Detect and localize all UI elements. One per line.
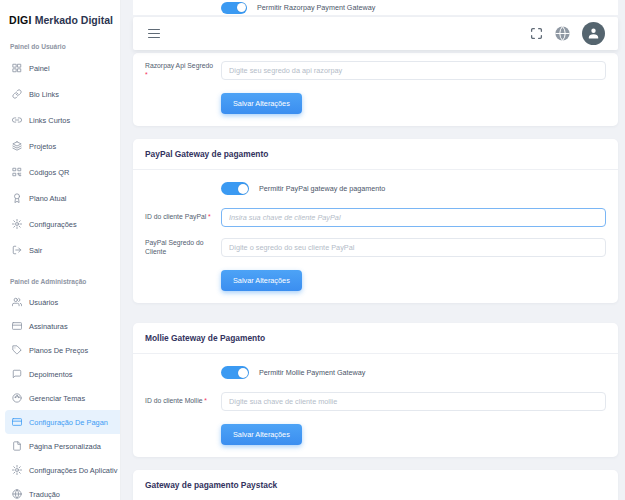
sidebar-item-label: Bio Links (29, 90, 59, 99)
sidebar-item-configuracao-de-pagamento[interactable]: Configuração De Pagan (5, 410, 120, 434)
avatar[interactable] (582, 22, 605, 45)
paypal-client-secret-label: PayPal Segredo do Cliente (145, 239, 221, 256)
sidebar-item-gerenciar-temas[interactable]: Gerenciar Temas (0, 386, 120, 410)
sidebar-item-depoimentos[interactable]: Depoimentos (0, 362, 120, 386)
sidebar-item-label: Configurações (29, 220, 77, 229)
topbar (133, 17, 618, 50)
link-icon (12, 89, 22, 99)
sidebar-item-links-curtos[interactable]: Links Curtos (0, 107, 120, 133)
app-logo[interactable]: DIGI Merkado Digital (0, 10, 120, 28)
short-link-icon (12, 115, 22, 125)
razorpay-enable-toggle[interactable] (221, 2, 247, 14)
sidebar-item-label: Página Personalizada (29, 442, 101, 451)
paystack-card-title: Gateway de pagamento Paystack (133, 470, 618, 500)
sidebar-item-configuracoes-do-aplicativo[interactable]: Configurações Do Aplicativ (0, 458, 120, 482)
paypal-client-secret-input[interactable] (221, 238, 606, 257)
logout-icon (12, 245, 22, 255)
sidebar-item-sair[interactable]: Sair (0, 237, 120, 263)
mollie-card-title: Mollie Gateway de Pagamento (133, 323, 618, 354)
qr-code-icon (12, 167, 22, 177)
chat-icon (12, 369, 22, 379)
sidebar-item-label: Projetos (29, 142, 56, 151)
required-asterisk: * (204, 397, 207, 404)
sidebar-item-label: Depoimentos (29, 370, 73, 379)
paypal-save-button[interactable]: Salvar Alterações (221, 270, 302, 291)
price-tag-icon (12, 345, 22, 355)
paypal-card-title: PayPal Gateway de pagamento (133, 139, 618, 170)
sidebar-item-label: Sair (29, 246, 42, 255)
sidebar-item-label: Plano Atual (29, 194, 66, 203)
subscription-card-icon (12, 321, 22, 331)
required-asterisk: * (145, 71, 148, 78)
paypal-enable-toggle[interactable] (221, 182, 249, 195)
sidebar-section-admin: Painel de Administração (0, 263, 120, 290)
mollie-save-button[interactable]: Salvar Alterações (221, 424, 302, 445)
razorpay-secret-label: Razorpay Api Segredo * (145, 62, 221, 79)
hamburger-icon[interactable] (146, 24, 162, 42)
sidebar-item-label: Usuários (29, 298, 58, 307)
required-asterisk: * (208, 213, 211, 220)
fullscreen-icon[interactable] (530, 27, 543, 40)
main-content: Permitir Razorpay Payment Gateway (121, 0, 625, 500)
sidebar-item-label: Painel (29, 64, 50, 73)
sidebar-item-label: Códigos QR (29, 168, 69, 177)
paypal-card: PayPal Gateway de pagamento Permitir Pay… (133, 139, 618, 303)
sidebar-item-planos-de-precos[interactable]: Planos De Preços (0, 338, 120, 362)
paypal-toggle-label: Permitir PayPal gateway de pagamento (259, 184, 385, 193)
sidebar-section-user: Painel do Usuário (0, 28, 120, 55)
sidebar-item-label: Assinaturas (29, 322, 68, 331)
sidebar-item-projetos[interactable]: Projetos (0, 133, 120, 159)
sidebar-item-label: Configurações Do Aplicativ (29, 466, 117, 475)
user-icon (586, 26, 601, 41)
mollie-toggle-label: Permitir Mollie Payment Gateway (259, 368, 365, 377)
translate-globe-icon (12, 489, 22, 499)
logo-name: Merkado Digital (35, 14, 113, 26)
sidebar-item-label: Planos De Preços (29, 346, 88, 355)
award-icon (12, 193, 22, 203)
file-icon (12, 441, 22, 451)
sidebar-item-assinaturas[interactable]: Assinaturas (0, 314, 120, 338)
users-icon (12, 297, 22, 307)
dashboard-icon (12, 63, 22, 73)
mollie-enable-toggle[interactable] (221, 366, 249, 379)
mollie-client-id-label: ID do cliente Mollie * (145, 397, 221, 405)
razorpay-card-top-strip: Permitir Razorpay Payment Gateway (133, 0, 618, 15)
sidebar-item-pagina-personalizada[interactable]: Página Personalizada (0, 434, 120, 458)
paypal-client-id-input[interactable] (221, 208, 606, 227)
mollie-card: Mollie Gateway de Pagamento Permitir Mol… (133, 323, 618, 457)
sidebar-item-codigos-qr[interactable]: Códigos QR (0, 159, 120, 185)
razorpay-save-button[interactable]: Salvar Alterações (221, 93, 302, 114)
sidebar-item-configuracoes[interactable]: Configurações (0, 211, 120, 237)
paystack-card: Gateway de pagamento Paystack (133, 470, 618, 500)
logo-mark: DIGI (9, 14, 32, 26)
sidebar-item-label: Configuração De Pagan (29, 418, 108, 427)
theme-palette-icon (12, 393, 22, 403)
sidebar-item-usuarios[interactable]: Usuários (0, 290, 120, 314)
mollie-client-id-input[interactable] (221, 392, 606, 411)
sidebar-item-label: Tradução (29, 490, 60, 499)
layers-icon (12, 141, 22, 151)
paypal-client-id-label: ID do cliente PayPal * (145, 213, 221, 221)
gear-icon (12, 219, 22, 229)
globe-icon[interactable] (554, 25, 571, 42)
razorpay-toggle-label: Permitir Razorpay Payment Gateway (257, 3, 375, 12)
sidebar-item-label: Links Curtos (29, 116, 70, 125)
app-gear-icon (12, 465, 22, 475)
sidebar: DIGI Merkado Digital Painel do Usuário P… (0, 0, 121, 500)
sidebar-item-painel[interactable]: Painel (0, 55, 120, 81)
payment-card-icon (12, 417, 22, 427)
razorpay-card: Razorpay Api Segredo * Salvar Alterações (133, 53, 618, 126)
screen: DIGI Merkado Digital Painel do Usuário P… (0, 0, 625, 500)
sidebar-item-label: Gerenciar Temas (29, 394, 85, 403)
sidebar-item-traducao[interactable]: Tradução (0, 482, 120, 500)
sidebar-item-plano-atual[interactable]: Plano Atual (0, 185, 120, 211)
sidebar-item-bio-links[interactable]: Bio Links (0, 81, 120, 107)
razorpay-secret-input[interactable] (221, 61, 606, 80)
